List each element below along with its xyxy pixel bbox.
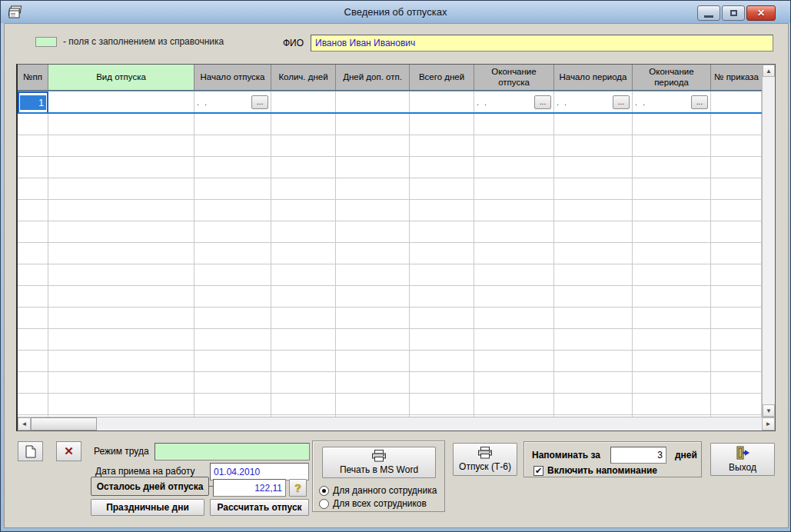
table-cell[interactable] — [554, 243, 633, 264]
table-cell[interactable] — [633, 200, 711, 221]
table-cell[interactable] — [633, 221, 711, 243]
period-start-cell[interactable]: . . ... — [554, 91, 633, 112]
table-cell[interactable] — [271, 264, 336, 286]
days-count-cell[interactable] — [271, 91, 336, 112]
table-cell[interactable] — [633, 308, 711, 329]
maximize-button[interactable] — [722, 5, 745, 21]
print-t6-button[interactable]: Отпуск (Т-6) — [453, 443, 517, 476]
col-header-vacation-end[interactable]: Окончание отпуска — [474, 65, 554, 90]
scroll-right-icon[interactable]: ► — [762, 417, 775, 431]
table-cell[interactable] — [554, 135, 633, 157]
table-cell[interactable] — [711, 329, 762, 351]
table-cell[interactable] — [410, 264, 474, 286]
table-cell[interactable] — [410, 157, 474, 178]
table-cell[interactable] — [18, 308, 48, 329]
vertical-scrollbar[interactable]: ▲ ▼ — [762, 65, 775, 417]
col-header-total-days[interactable]: Всего дней — [410, 65, 474, 90]
table-cell[interactable] — [194, 308, 271, 329]
table-cell[interactable] — [711, 372, 762, 394]
work-mode-input[interactable] — [155, 443, 310, 461]
vacation-end-cell[interactable]: . . ... — [474, 91, 554, 112]
col-header-period-end[interactable]: Окончание периода — [633, 65, 711, 90]
col-header-vacation-type[interactable]: Вид отпуска — [48, 65, 194, 90]
table-cell[interactable] — [18, 372, 48, 394]
table-cell[interactable] — [271, 286, 336, 308]
fio-input[interactable]: Иванов Иван Иванович — [311, 35, 773, 52]
table-cell[interactable] — [48, 200, 194, 221]
table-cell[interactable] — [271, 329, 336, 351]
table-cell[interactable] — [711, 264, 762, 286]
date-picker-button[interactable]: ... — [691, 95, 708, 109]
table-cell[interactable] — [474, 243, 554, 264]
date-picker-button[interactable]: ... — [534, 95, 551, 109]
table-cell[interactable] — [336, 135, 410, 157]
table-cell[interactable] — [336, 243, 410, 264]
close-button[interactable]: ✕ — [746, 5, 776, 21]
table-cell[interactable] — [194, 351, 271, 372]
table-cell[interactable] — [336, 372, 410, 394]
date-picker-button[interactable]: ... — [613, 95, 630, 109]
table-cell[interactable] — [194, 221, 271, 243]
col-header-num[interactable]: №пп — [18, 65, 48, 90]
table-cell[interactable] — [18, 243, 48, 264]
col-header-vacation-start[interactable]: Начало отпуска — [194, 65, 271, 90]
col-header-extra-days[interactable]: Дней доп. отп. — [336, 65, 410, 90]
hire-date-input[interactable]: 01.04.2010 — [210, 463, 309, 480]
table-row[interactable] — [18, 372, 762, 394]
order-number-cell[interactable] — [711, 91, 762, 112]
help-button[interactable]: ? — [289, 479, 307, 497]
table-cell[interactable] — [271, 157, 336, 178]
table-cell[interactable] — [410, 200, 474, 221]
table-cell[interactable] — [474, 264, 554, 286]
table-cell[interactable] — [711, 178, 762, 200]
col-header-days-count[interactable]: Колич. дней — [271, 65, 336, 90]
table-row[interactable] — [18, 178, 762, 200]
table-cell[interactable] — [711, 286, 762, 308]
table-cell[interactable] — [474, 329, 554, 351]
table-cell[interactable] — [554, 157, 633, 178]
table-cell[interactable] — [194, 243, 271, 264]
table-cell[interactable] — [633, 157, 711, 178]
print-word-button[interactable]: Печать в MS Word — [322, 447, 436, 478]
table-cell[interactable] — [18, 114, 48, 135]
table-cell[interactable] — [336, 264, 410, 286]
period-end-cell[interactable]: . . ... — [633, 91, 711, 112]
table-cell[interactable] — [474, 351, 554, 372]
table-cell[interactable] — [554, 221, 633, 243]
table-cell[interactable] — [18, 135, 48, 157]
table-cell[interactable] — [271, 308, 336, 329]
radio-current-employee[interactable]: Для данного сотрудника — [319, 485, 437, 496]
table-row[interactable] — [18, 157, 762, 178]
table-cell[interactable] — [336, 351, 410, 372]
table-cell[interactable] — [554, 372, 633, 394]
table-cell[interactable] — [48, 157, 194, 178]
table-cell[interactable] — [633, 178, 711, 200]
remind-days-input[interactable]: 3 — [610, 447, 666, 464]
table-cell[interactable] — [18, 264, 48, 286]
table-cell[interactable] — [711, 351, 762, 372]
table-cell[interactable] — [410, 308, 474, 329]
table-cell[interactable] — [336, 329, 410, 351]
table-cell[interactable] — [48, 243, 194, 264]
table-cell[interactable] — [474, 221, 554, 243]
scroll-left-icon[interactable]: ◄ — [18, 417, 31, 431]
table-cell[interactable] — [336, 308, 410, 329]
table-cell[interactable] — [633, 372, 711, 394]
table-cell[interactable] — [48, 135, 194, 157]
table-cell[interactable] — [194, 135, 271, 157]
table-cell[interactable] — [271, 351, 336, 372]
table-cell[interactable] — [410, 372, 474, 394]
table-cell[interactable] — [336, 394, 410, 415]
table-cell[interactable] — [554, 394, 633, 415]
table-row[interactable] — [18, 114, 762, 135]
table-cell[interactable] — [711, 135, 762, 157]
table-cell[interactable] — [474, 200, 554, 221]
table-cell[interactable] — [48, 394, 194, 415]
table-cell[interactable] — [711, 221, 762, 243]
table-cell[interactable] — [633, 329, 711, 351]
calculate-vacation-button[interactable]: Рассчитать отпуск — [210, 499, 309, 516]
total-days-cell[interactable] — [410, 91, 474, 112]
table-cell[interactable] — [410, 351, 474, 372]
table-cell[interactable] — [18, 221, 48, 243]
table-cell[interactable] — [48, 114, 194, 135]
